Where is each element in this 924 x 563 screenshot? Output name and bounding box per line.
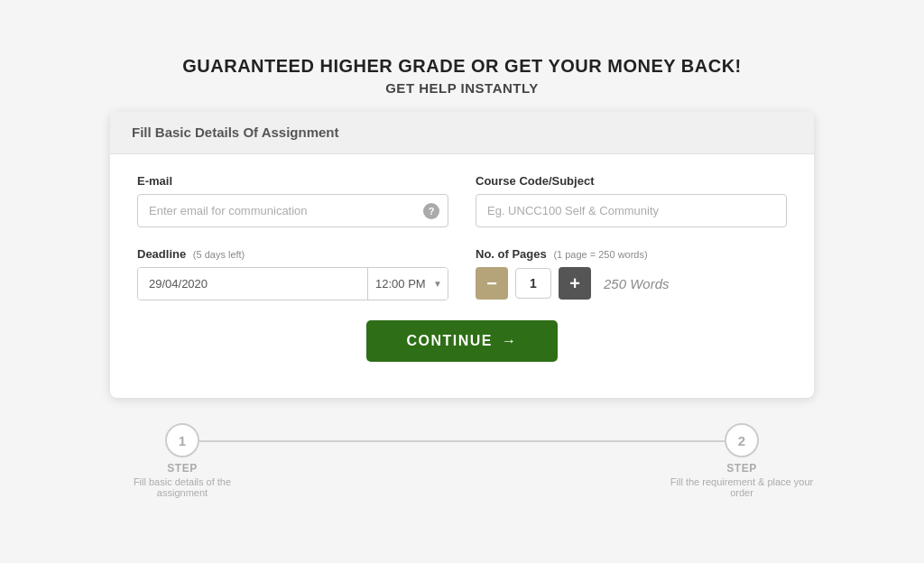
email-input[interactable] [137, 194, 448, 227]
form-row-bottom: Deadline (5 days left) 12:00 PM 01:00 PM… [137, 247, 787, 300]
words-label: 250 Words [604, 276, 670, 291]
continue-button[interactable]: CONTINUE → [366, 320, 557, 362]
card-title: Fill Basic Details Of Assignment [132, 125, 339, 140]
time-wrapper: 12:00 PM 01:00 PM 06:00 PM ▼ [367, 268, 448, 300]
step-1-description: Fill basic details of the assignment [110, 476, 254, 498]
page-wrapper: GUARANTEED HIGHER GRADE OR GET YOUR MONE… [0, 38, 924, 525]
steps-row: 1 STEP Fill basic details of the assignm… [110, 423, 814, 498]
main-card: Fill Basic Details Of Assignment E-mail … [110, 112, 814, 398]
steps-line [182, 440, 742, 442]
course-input-wrapper [476, 194, 787, 227]
step-2-label: STEP [726, 462, 756, 475]
pages-label: No. of Pages (1 page = 250 words) [476, 247, 787, 261]
course-input[interactable] [476, 194, 787, 227]
continue-arrow-icon: → [502, 333, 518, 349]
sub-headline: GET HELP INSTANTLY [385, 80, 539, 96]
email-label: E-mail [137, 174, 448, 188]
card-body: E-mail ? Course Code/Subject [110, 154, 814, 371]
main-headline: GUARANTEED HIGHER GRADE OR GET YOUR MONE… [182, 56, 741, 77]
card-header: Fill Basic Details Of Assignment [110, 112, 814, 154]
step-1: 1 STEP Fill basic details of the assignm… [110, 423, 254, 498]
deadline-input-row: 12:00 PM 01:00 PM 06:00 PM ▼ [137, 267, 448, 300]
step-1-label: STEP [167, 462, 197, 475]
pages-value-input[interactable] [515, 268, 551, 299]
deadline-note: (5 days left) [193, 249, 245, 260]
step-2-circle: 2 [725, 423, 759, 457]
step-2: 2 STEP Fill the requirement & place your… [670, 423, 814, 498]
course-group: Course Code/Subject [476, 174, 787, 227]
deadline-date-input[interactable] [138, 268, 367, 300]
email-group: E-mail ? [137, 174, 448, 227]
continue-btn-wrapper: CONTINUE → [137, 320, 787, 362]
pages-group: No. of Pages (1 page = 250 words) − + 25… [476, 247, 787, 300]
pages-note: (1 page = 250 words) [553, 249, 647, 260]
pages-counter: − + 250 Words [476, 267, 787, 300]
deadline-time-select[interactable]: 12:00 PM 01:00 PM 06:00 PM [368, 268, 448, 300]
step-1-circle: 1 [165, 423, 199, 457]
email-help-icon[interactable]: ? [423, 203, 439, 219]
step-2-description: Fill the requirement & place your order [670, 476, 814, 498]
decrement-pages-button[interactable]: − [476, 267, 508, 300]
deadline-group: Deadline (5 days left) 12:00 PM 01:00 PM… [137, 247, 448, 300]
email-input-wrapper: ? [137, 194, 448, 227]
increment-pages-button[interactable]: + [559, 267, 591, 300]
course-label: Course Code/Subject [476, 174, 787, 188]
deadline-label: Deadline (5 days left) [137, 247, 448, 261]
form-row-top: E-mail ? Course Code/Subject [137, 174, 787, 227]
